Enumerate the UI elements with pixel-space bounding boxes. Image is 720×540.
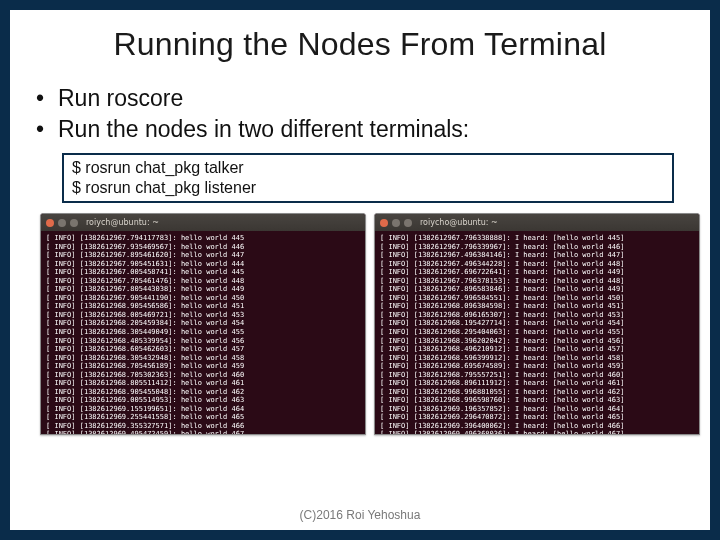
terminal-titlebar: roiycho@ubuntu: ~ [375,214,699,231]
terminal-line: [ INFO] [1382612968.496210912]: I heard:… [380,345,694,354]
terminal-line: [ INFO] [1382612968.405339954]: hello wo… [46,337,360,346]
bullet-item: Run the nodes in two different terminals… [36,114,692,145]
minimize-icon [58,219,66,227]
terminal-line: [ INFO] [1382612968.695674589]: I heard:… [380,362,694,371]
terminal-line: [ INFO] [1382612968.705456189]: hello wo… [46,362,360,371]
slide-content: Running the Nodes From Terminal Run rosc… [10,10,710,530]
terminal-line: [ INFO] [1382612969.495472459]: hello wo… [46,430,360,435]
terminal-line: [ INFO] [1382612969.496368036]: I heard:… [380,430,694,435]
terminal-line: [ INFO] [1382612968.996881055]: I heard:… [380,388,694,397]
maximize-icon [404,219,412,227]
terminal-line: [ INFO] [1382612967.005458741]: hello wo… [46,268,360,277]
terminal-line: [ INFO] [1382612968.596399912]: I heard:… [380,354,694,363]
terminal-body: [ INFO] [1382612967.796338888]: I heard:… [375,231,699,434]
terminal-line: [ INFO] [1382612968.096384598]: I heard:… [380,302,694,311]
terminal-line: [ INFO] [1382612969.396400062]: I heard:… [380,422,694,431]
slide-footer: (C)2016 Roi Yehoshua [10,508,710,522]
terminal-titlebar: roiych@ubuntu: ~ [41,214,365,231]
terminal-line: [ INFO] [1382612968.805511412]: hello wo… [46,379,360,388]
terminal-line: [ INFO] [1382612969.005514953]: hello wo… [46,396,360,405]
slide-title: Running the Nodes From Terminal [28,26,692,63]
terminal-line: [ INFO] [1382612968.295404063]: I heard:… [380,328,694,337]
terminal-line: [ INFO] [1382612967.496384146]: I heard:… [380,251,694,260]
terminal-line: [ INFO] [1382612967.496344228]: I heard:… [380,260,694,269]
terminal-line: [ INFO] [1382612968.205459384]: hello wo… [46,319,360,328]
terminal-line: [ INFO] [1382612968.195427714]: I heard:… [380,319,694,328]
terminal-line: [ INFO] [1382612969.255441558]: hello wo… [46,413,360,422]
terminal-line: [ INFO] [1382612968.996598760]: I heard:… [380,396,694,405]
terminal-line: [ INFO] [1382612967.696722641]: I heard:… [380,268,694,277]
terminal-line: [ INFO] [1382612967.796338888]: I heard:… [380,234,694,243]
terminal-left: roiych@ubuntu: ~ [ INFO] [1382612967.794… [40,213,366,435]
close-icon [46,219,54,227]
terminal-line: [ INFO] [1382612967.896583846]: I heard:… [380,285,694,294]
terminal-line: [ INFO] [1382612968.795557251]: I heard:… [380,371,694,380]
terminal-line: [ INFO] [1382612968.096165307]: I heard:… [380,311,694,320]
maximize-icon [70,219,78,227]
terminal-line: [ INFO] [1382612967.895461620]: hello wo… [46,251,360,260]
terminal-line: [ INFO] [1382612968.905455048]: hello wo… [46,388,360,397]
terminal-body: [ INFO] [1382612967.794117783]: hello wo… [41,231,365,434]
terminal-title: roiycho@ubuntu: ~ [420,218,498,227]
terminal-line: [ INFO] [1382612967.794117783]: hello wo… [46,234,360,243]
terminal-right: roiycho@ubuntu: ~ [ INFO] [1382612967.79… [374,213,700,435]
terminal-line: [ INFO] [1382612968.896111912]: I heard:… [380,379,694,388]
minimize-icon [392,219,400,227]
bullet-list: Run roscore Run the nodes in two differe… [28,83,692,145]
terminal-line: [ INFO] [1382612968.705302363]: hello wo… [46,371,360,380]
terminal-line: [ INFO] [1382612967.805443038]: hello wo… [46,285,360,294]
close-icon [380,219,388,227]
terminal-line: [ INFO] [1382612968.305449049]: hello wo… [46,328,360,337]
terminal-screenshots: roiych@ubuntu: ~ [ INFO] [1382612967.794… [40,213,700,435]
terminal-line: [ INFO] [1382612968.605462603]: hello wo… [46,345,360,354]
terminal-line: [ INFO] [1382612967.796339967]: I heard:… [380,243,694,252]
code-box: $ rosrun chat_pkg talker $ rosrun chat_p… [62,153,674,203]
terminal-line: [ INFO] [1382612967.796378153]: I heard:… [380,277,694,286]
terminal-line: [ INFO] [1382612967.935469567]: hello wo… [46,243,360,252]
terminal-line: [ INFO] [1382612967.905441190]: hello wo… [46,294,360,303]
bullet-item: Run roscore [36,83,692,114]
terminal-line: [ INFO] [1382612968.905456586]: hello wo… [46,302,360,311]
code-line: $ rosrun chat_pkg listener [72,178,664,198]
terminal-line: [ INFO] [1382612967.705461476]: hello wo… [46,277,360,286]
terminal-line: [ INFO] [1382612968.005469721]: hello wo… [46,311,360,320]
terminal-title: roiych@ubuntu: ~ [86,218,159,227]
terminal-line: [ INFO] [1382612969.155199651]: hello wo… [46,405,360,414]
terminal-line: [ INFO] [1382612969.196357852]: I heard:… [380,405,694,414]
terminal-line: [ INFO] [1382612968.396202042]: I heard:… [380,337,694,346]
terminal-line: [ INFO] [1382612969.296470872]: I heard:… [380,413,694,422]
code-line: $ rosrun chat_pkg talker [72,158,664,178]
terminal-line: [ INFO] [1382612968.305432948]: hello wo… [46,354,360,363]
terminal-line: [ INFO] [1382612967.996584551]: I heard:… [380,294,694,303]
terminal-line: [ INFO] [1382612967.905451631]: hello wo… [46,260,360,269]
terminal-line: [ INFO] [1382612969.355327571]: hello wo… [46,422,360,431]
